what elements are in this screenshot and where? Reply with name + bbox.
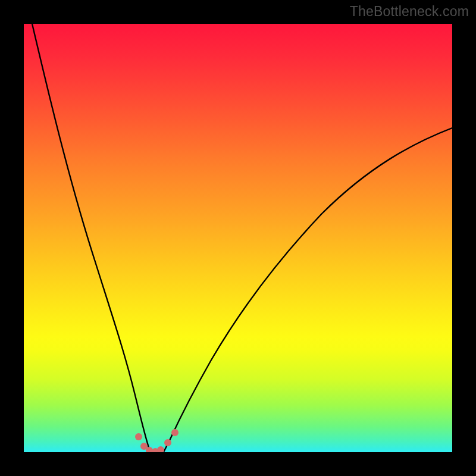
svg-point-6 bbox=[171, 429, 178, 436]
left-curve bbox=[32, 24, 151, 452]
watermark-text: TheBottleneck.com bbox=[350, 4, 469, 20]
chart-frame: TheBottleneck.com bbox=[0, 0, 476, 476]
bottom-dots bbox=[135, 429, 178, 452]
curve-overlay bbox=[24, 24, 452, 452]
svg-point-5 bbox=[164, 439, 171, 446]
svg-point-0 bbox=[135, 433, 142, 440]
right-curve bbox=[164, 128, 452, 452]
svg-point-4 bbox=[157, 446, 164, 452]
plot-area bbox=[24, 24, 452, 452]
